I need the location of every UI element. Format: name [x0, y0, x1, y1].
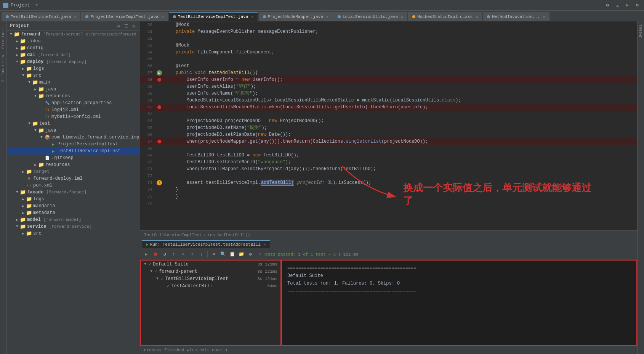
gutter-72 — [155, 172, 163, 179]
tree-item-service[interactable]: ▼ 📁 service [forward-service] — [7, 223, 140, 230]
tree-item-package[interactable]: ▼ 📦 com.timevale.forward.service.impl — [7, 134, 140, 141]
top-spacer: ▼ — [35, 3, 38, 8]
run-btn[interactable]: ▶ — [143, 251, 150, 258]
run-tab-close[interactable]: ✕ — [264, 242, 266, 247]
tree-label-dal: dal [forward-dal] — [27, 52, 71, 58]
test-tree-tbst[interactable]: ▼ ✓ TestBillServiceImplTest 3s 121ms — [141, 275, 280, 282]
stop-btn[interactable]: ⏹ — [152, 251, 159, 258]
tree-item-java-test[interactable]: ▼ 📁 java — [7, 127, 140, 134]
tree-item-idea[interactable]: ▶ 📁 .idea — [7, 38, 140, 45]
tree-label-model: model [forward-model] — [27, 217, 81, 222]
tree-arrow-main: ▼ — [27, 80, 32, 85]
tab-localsessionutils[interactable]: LocalSessionUtils.java ✕ — [333, 12, 407, 21]
test-tree-default-suite[interactable]: ▼ ✓ Default Suite 3s 121ms — [141, 261, 280, 268]
tree-item-testbillserviceimpltest[interactable]: ▶ TestBillServiceImplTest — [7, 148, 140, 154]
java-icon-tbst: ▶ — [50, 148, 56, 154]
tree-item-resources2[interactable]: ▶ 📁 resources — [7, 161, 140, 168]
tree-item-service-src[interactable]: ▶ 📁 src — [7, 230, 140, 237]
tree-item-forward[interactable]: ▼ 📁 forward [forward-parent] D:/projectC… — [7, 31, 140, 38]
project-icon — [3, 3, 8, 8]
top-config-btn[interactable]: ⚙ — [633, 2, 641, 9]
tab-testbillserviceimpltest[interactable]: TestBillServiceImplTest.java ✕ — [169, 12, 258, 21]
tree-item-config[interactable]: ▶ 📁 config — [7, 45, 140, 51]
tree-item-src[interactable]: ▼ 📁 src — [7, 72, 140, 79]
tree-item-facade-logs[interactable]: ▶ 📁 logs — [7, 196, 140, 203]
top-cloud-btn[interactable]: ☁ — [614, 2, 621, 9]
line-55: 55 — [140, 56, 637, 63]
tree-item-facade[interactable]: ▼ 📁 facade [forward-facade] — [7, 189, 140, 196]
tree-label-idea: .idea — [27, 39, 41, 44]
rerun-btn[interactable]: ↺ — [161, 251, 168, 258]
tab-close-7[interactable]: ✕ — [543, 14, 545, 19]
lc-60: userInfo.setName("轩振营"); — [163, 90, 637, 97]
tree-item-resources[interactable]: ▼ 📁 resources — [7, 93, 140, 100]
line-58: 58 UserInfo userInfo = new UserInfo(); — [140, 76, 637, 83]
tab-projectnodemapper[interactable]: ProjectNodeMapper.java ✕ — [259, 12, 333, 21]
tree-item-mybatis[interactable]: ❬❭ mybatis-config.xml — [7, 113, 140, 120]
test-tree-forward-parent[interactable]: ▼ ✓ forward-parent 3s 121ms — [141, 268, 280, 275]
ln-71: 71 — [140, 166, 155, 172]
lc-71: when(testbillMapper.selectByProjectId(an… — [163, 166, 637, 172]
run-tab[interactable]: ▶ Run: TestBillServiceImplTest.testAddTe… — [142, 240, 270, 248]
tree-item-projectserviceimpltest[interactable]: ▶ ProjectServiceImplTest — [7, 141, 140, 148]
breakpoint-58[interactable] — [157, 78, 161, 82]
tab-testbillserviceimpl[interactable]: TestBillServiceImpl.java ✕ — [2, 12, 80, 21]
tab-mockedstaticimpl[interactable]: MockedStaticImpl.class ✕ — [408, 12, 482, 21]
lc-59: userInfo.setAlias("望轩"); — [163, 83, 637, 90]
collapse-btn[interactable]: ↓ — [197, 251, 205, 258]
tab-close-1[interactable]: ✕ — [74, 14, 76, 19]
tree-item-mandarin[interactable]: ▶ 📁 mandarin — [7, 203, 140, 209]
tree-item-java-main[interactable]: ▶ 📁 java — [7, 86, 140, 93]
breakpoint-67[interactable] — [157, 140, 161, 143]
top-settings-btn[interactable]: ⚙ — [604, 2, 611, 9]
tab-close-3[interactable]: ✕ — [252, 14, 254, 19]
tree-item-deploy[interactable]: ▼ 📁 deploy [forward-deploy] — [7, 58, 140, 65]
tree-item-deploydotiml[interactable]: ⚙ forward-deploy.iml — [7, 175, 140, 182]
sidebar-gear-btn[interactable]: ⚙ — [115, 23, 122, 29]
rerun-failed-btn[interactable]: ↕ — [170, 251, 178, 258]
structure-label[interactable]: Structure — [0, 25, 6, 52]
tab-close-4[interactable]: ✕ — [326, 14, 328, 19]
folder-icon-main: 📁 — [32, 79, 38, 85]
favorites-label[interactable]: 2: Favorites — [0, 52, 6, 85]
top-run-btn[interactable]: ▶ — [623, 2, 631, 9]
tab-close-2[interactable]: ✕ — [162, 14, 164, 19]
search-btn[interactable]: 🔍 — [219, 251, 227, 258]
tree-label-facade: facade [forward-facade] — [27, 190, 87, 195]
tree-item-model[interactable]: ▶ 📁 model [forward-model] — [7, 216, 140, 223]
tab-projectserviceimpltest[interactable]: ProjectServiceImplTest.java ✕ — [81, 12, 168, 21]
test-tree: ▼ ✓ Default Suite 3s 121ms ▼ ✓ forward-p… — [140, 260, 281, 346]
tree-arrow-target: ▶ — [21, 169, 26, 174]
tree-item-target[interactable]: ▶ 📁 target — [7, 168, 140, 175]
tab-close-5[interactable]: ✕ — [401, 14, 403, 19]
file-icon-log4j2: ❬❭ — [44, 107, 50, 113]
sidebar-collapse-btn[interactable]: ☰ — [123, 23, 129, 29]
tab-close-6[interactable]: ✕ — [476, 14, 478, 19]
lc-73: assert testBillServiceImpl.addTestBill( … — [163, 179, 637, 186]
tree-item-logs[interactable]: ▶ 📁 logs — [7, 65, 140, 72]
jrebel-label[interactable]: JRebel — [638, 21, 644, 41]
tree-item-gitkeep[interactable]: 📄 .gitkeep — [7, 154, 140, 161]
find-btn[interactable]: ⊕ — [210, 251, 218, 258]
tab-methodinvocation[interactable]: MethodInvocation... ✕ — [483, 12, 549, 21]
tree-item-metadata[interactable]: ▶ 📁 metadata — [7, 209, 140, 216]
export-btn[interactable]: 📋 — [228, 251, 236, 258]
tree-item-main[interactable]: ▼ 📁 main — [7, 79, 140, 86]
open-folder-btn[interactable]: 📁 — [237, 251, 245, 258]
tree-item-dal[interactable]: ▶ 📁 dal [forward-dal] — [7, 51, 140, 58]
file-icon-gitkeep: 📄 — [44, 155, 50, 161]
tree-item-pom[interactable]: ❬❭ pom.xml — [7, 182, 140, 189]
breadcrumb-part1[interactable]: TestBillServiceImplTest — [144, 233, 202, 237]
tree-item-test[interactable]: ▼ 📁 test — [7, 120, 140, 127]
toggle-list-btn[interactable]: ≡ — [179, 251, 187, 258]
tree-item-log4j2[interactable]: ❬❭ log4j2.xml — [7, 106, 140, 113]
test-tree-testaddbill[interactable]: ✓ testAddTestBill 64ms — [141, 282, 280, 290]
tree-item-app-props[interactable]: 🔧 application.properties — [7, 100, 140, 106]
breadcrumb-part2[interactable]: testAddTestBill() — [207, 233, 250, 237]
breakpoint-62[interactable] — [157, 105, 161, 109]
sidebar-expand-btn[interactable]: ⊞ — [131, 23, 137, 29]
run-gutter-57[interactable]: ▶ — [157, 70, 162, 76]
expand-btn[interactable]: ↑ — [188, 251, 196, 258]
settings-btn-bottom[interactable]: ⚙ — [247, 251, 254, 258]
code-editor[interactable]: 50 @Mock 51 private MessageEventPublishe… — [140, 21, 637, 230]
